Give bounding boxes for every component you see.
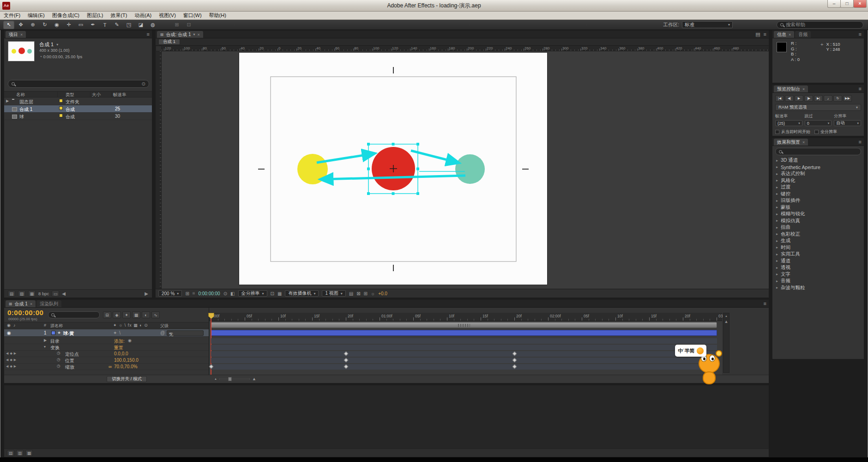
ram-preview-options-select[interactable]: RAM 预览选项 ▾ xyxy=(775,104,861,111)
expand-icon[interactable]: ▸ xyxy=(776,199,778,203)
effects-category[interactable]: ▸过渡 xyxy=(772,184,864,191)
property-value[interactable]: 0.0,0.0 xyxy=(114,351,128,356)
group-row[interactable]: ▾变换重置 xyxy=(4,344,209,351)
menu-item-6[interactable]: 动画(A) xyxy=(131,12,156,19)
project-search-input[interactable] xyxy=(18,81,139,86)
comp-family-button[interactable]: ⊟ xyxy=(103,311,111,318)
close-icon[interactable]: × xyxy=(30,302,32,306)
expand-icon[interactable]: ▸ xyxy=(776,279,778,283)
timeline-zoom-slider[interactable]: ▲ ▲ xyxy=(214,377,256,381)
menu-item-9[interactable]: 帮助(H) xyxy=(205,12,230,19)
full-resolution-option[interactable]: 全分辨率 xyxy=(814,129,837,135)
close-button[interactable]: × xyxy=(853,0,867,8)
ime-logo-icon[interactable] xyxy=(697,347,704,354)
ime-toolbar[interactable]: 中˙半简 xyxy=(675,345,706,357)
expand-icon[interactable]: ▸ xyxy=(776,245,778,249)
table-row[interactable]: 合成 1合成25 xyxy=(4,105,152,113)
axis-mode-local-button[interactable]: ⊞ xyxy=(171,21,182,29)
effects-category[interactable]: ▸透视 xyxy=(772,264,864,271)
expand-icon[interactable]: ▸ xyxy=(776,272,778,276)
property-row[interactable]: ◀◆▶◷位置100.0,150.0 xyxy=(4,357,209,364)
table-row[interactable]: 球合成30 xyxy=(4,113,152,120)
zoom-in-icon[interactable]: ▲ xyxy=(724,319,729,324)
panel-menu-icon[interactable]: ≡ xyxy=(147,31,150,37)
effects-search-box[interactable] xyxy=(775,148,861,155)
column-source-name[interactable]: 源名称 xyxy=(50,323,63,329)
chevron-down-icon[interactable]: ▾ xyxy=(56,42,58,48)
expand-icon[interactable]: ▸ xyxy=(776,286,778,290)
effects-category[interactable]: ▸模糊与锐化 xyxy=(772,211,864,218)
interpret-footage-icon[interactable]: ▤ xyxy=(8,291,15,297)
expand-icon[interactable]: ▸ xyxy=(776,158,778,163)
scroll-left-icon[interactable]: ◀ xyxy=(62,291,66,296)
row-expander-icon[interactable]: ▶ xyxy=(6,99,9,103)
field-select[interactable]: (25)▾ xyxy=(775,120,802,126)
last-frame-button[interactable]: ▶| xyxy=(814,95,823,102)
workspace-select[interactable]: 标准 ▾ xyxy=(682,21,733,28)
next-frame-button[interactable]: |▶ xyxy=(804,95,813,102)
menu-item-2[interactable]: 编辑(E) xyxy=(24,12,48,19)
puppet-pin-tool[interactable]: ◍ xyxy=(147,21,158,29)
field-select[interactable]: 0▾ xyxy=(805,120,832,126)
checkbox-icon[interactable] xyxy=(775,130,779,134)
zoom-tool[interactable]: ⊕ xyxy=(27,21,38,29)
effects-category[interactable]: ▸表达式控制 xyxy=(772,170,864,177)
breadcrumb[interactable]: 合成 1 xyxy=(158,39,180,45)
panel-menu-icon[interactable]: ≡ xyxy=(764,31,766,37)
layer-name[interactable]: 球-黄 xyxy=(63,330,74,337)
tab-composition[interactable]: ▦ 合成: 合成 1 ▾ × xyxy=(157,31,203,38)
dock-icon-b[interactable]: ▥ xyxy=(16,450,24,456)
chevron-down-icon[interactable]: ▾ xyxy=(193,32,195,36)
graph-editor-button[interactable]: ∿ xyxy=(151,311,160,318)
expand-icon[interactable]: ▸ xyxy=(776,212,778,216)
scroll-right-icon[interactable]: ▶ xyxy=(145,291,148,296)
checkbox-icon[interactable] xyxy=(814,130,819,134)
zoom-in-icon[interactable]: ▲ xyxy=(252,377,256,381)
expander-icon[interactable]: ▶ xyxy=(44,338,47,342)
tab-audio[interactable]: 音频 xyxy=(795,31,811,38)
motion-blur-button[interactable]: ◐ xyxy=(142,311,150,318)
prev-keyframe-icon[interactable]: ◀ xyxy=(6,365,8,368)
hide-shy-button[interactable]: ✦ xyxy=(122,311,131,318)
effects-category[interactable]: ▸文字 xyxy=(772,271,864,278)
reset-button[interactable]: 重置 xyxy=(114,345,123,351)
dock-icon-c[interactable]: ▦ xyxy=(25,450,33,456)
pickwhip-icon[interactable]: @ xyxy=(160,330,165,335)
magnification-select[interactable]: 200 % ▾ xyxy=(158,290,182,297)
layer-switches[interactable]: ✦ \ xyxy=(113,330,121,335)
panel-menu-icon[interactable]: ≡ xyxy=(859,139,862,145)
expand-icon[interactable]: ▸ xyxy=(776,205,778,209)
prev-keyframe-icon[interactable]: ◀ xyxy=(6,358,8,362)
expand-icon[interactable]: ▸ xyxy=(776,219,778,223)
fast-preview-icon[interactable]: ⊠ xyxy=(356,291,360,296)
tab-info[interactable]: 信息 × xyxy=(774,31,794,38)
next-keyframe-icon[interactable]: ▶ xyxy=(14,358,16,362)
close-icon[interactable]: × xyxy=(789,32,791,37)
unified-camera-tool[interactable]: ◉ xyxy=(51,21,62,29)
pixel-aspect-icon[interactable]: ▤ xyxy=(349,291,353,296)
tab-timeline-comp[interactable]: ▦ 合成 1 × xyxy=(6,300,36,307)
first-frame-button[interactable]: |◀ xyxy=(775,95,784,102)
effects-category[interactable]: ▸实用工具 xyxy=(772,251,864,258)
effects-category[interactable]: ▸音频 xyxy=(772,278,864,285)
next-keyframe-icon[interactable]: ▶ xyxy=(14,352,16,355)
region-of-interest-icon[interactable]: ⊡ xyxy=(271,291,274,296)
exposure-icon[interactable]: ☼ xyxy=(371,291,375,296)
property-row[interactable]: ◀◆▶◷缩放∞70.0,70.0% xyxy=(4,364,209,370)
text-tool[interactable]: T xyxy=(99,21,110,29)
timeline-search-input[interactable] xyxy=(57,313,96,317)
effects-category[interactable]: ▸模拟仿真 xyxy=(772,218,864,225)
effects-category[interactable]: ▸3D 通道 xyxy=(772,157,864,164)
expand-icon[interactable]: ▸ xyxy=(776,185,778,189)
trash-icon[interactable]: ▭ xyxy=(52,291,59,297)
effects-category[interactable]: ▸扭曲 xyxy=(772,224,864,231)
maximize-button[interactable]: □ xyxy=(840,0,854,8)
resolution-select[interactable]: 全分辨率 ▾ xyxy=(238,290,267,297)
ram-preview-button[interactable]: ▶▶ xyxy=(843,95,852,102)
axis-mode-world-button[interactable]: ⊡ xyxy=(183,21,194,29)
layer-color-swatch[interactable] xyxy=(51,331,55,335)
effects-category[interactable]: ▸蒙板 xyxy=(772,204,864,211)
panel-menu-icon[interactable]: ≡ xyxy=(859,86,862,91)
grid-options-icon[interactable]: ⊞ xyxy=(185,291,189,296)
close-icon[interactable]: × xyxy=(20,32,23,37)
